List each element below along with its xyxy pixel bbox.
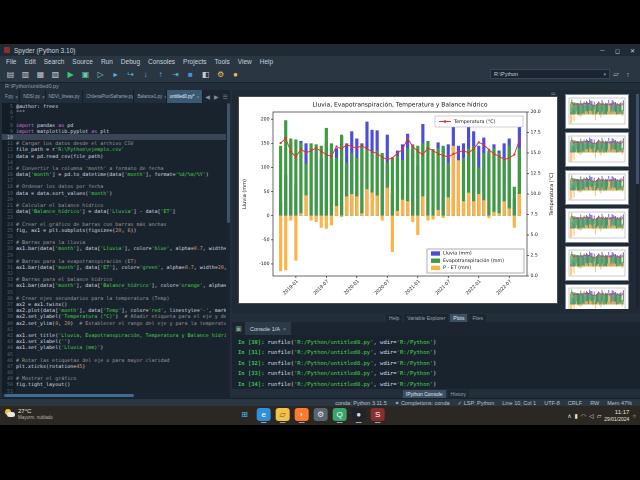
working-directory-combo[interactable]: R:\Python ▾ — [490, 69, 610, 79]
editor-tab-ndvilineaspy[interactable]: NDVI_lineas.py× — [46, 90, 84, 103]
taskbar-qgis-icon[interactable]: Q — [333, 408, 347, 421]
tray-volume-icon[interactable]: ◁ — [589, 412, 594, 419]
step-into-icon[interactable]: ↓ — [139, 68, 152, 81]
pane-tab-plots[interactable]: Plots — [450, 314, 467, 322]
thumbnails-scrollbar[interactable] — [636, 94, 639, 309]
new-file-icon[interactable]: ▤ — [4, 68, 17, 81]
editor-tab-ndsipy[interactable]: NDSI.py× — [20, 90, 45, 103]
console-prompt: In [31]: — [238, 349, 265, 355]
menu-search[interactable]: Search — [40, 58, 69, 65]
thumbnail-canvas — [566, 209, 628, 242]
tray-battery-icon[interactable]: ▮ — [575, 412, 578, 419]
console-pane: ▣ Console 1/A × In [30]:runfile('R:/Pyth… — [232, 322, 640, 398]
close-icon[interactable]: × — [42, 94, 45, 100]
console-env-icon[interactable]: ▣ — [232, 322, 245, 335]
minimize-button[interactable]: ─ — [595, 44, 610, 56]
maximize-button[interactable]: ◻ — [610, 44, 625, 56]
weather-widget[interactable]: 27°C Mayorm. nublado — [5, 408, 53, 420]
editor-tab-balance1py[interactable]: Balance1.py× — [134, 90, 166, 103]
step-out-icon[interactable]: ↑ — [154, 68, 167, 81]
tab-options-icon[interactable]: ☰ — [221, 93, 230, 100]
taskbar-edge-icon[interactable]: e — [257, 408, 271, 421]
tab-scroll-right-icon[interactable]: ▶ — [212, 93, 221, 100]
open-indicator — [261, 422, 267, 424]
pane-tab-variable-explorer[interactable]: Variable Explorer — [404, 314, 448, 322]
taskbar-start-icon[interactable]: ⊞ — [238, 408, 252, 421]
thumbnail-canvas — [566, 95, 628, 128]
console-line: In [32]:runfile('R:/Python/untitled0.py'… — [238, 358, 638, 368]
menu-file[interactable]: File — [2, 58, 20, 65]
menu-projects[interactable]: Projects — [179, 58, 210, 65]
menu-help[interactable]: Help — [256, 58, 277, 65]
plot-thumbnail[interactable] — [565, 208, 629, 243]
menu-tools[interactable]: Tools — [211, 58, 234, 65]
plot-thumbnail[interactable] — [565, 132, 629, 167]
close-icon[interactable]: × — [15, 94, 18, 100]
continue-execution-icon[interactable]: ⇥ — [169, 68, 182, 81]
console-bottom-tab-ipython-console[interactable]: IPython Console — [403, 390, 446, 398]
tray-wifi-icon[interactable]: ◠ — [581, 412, 586, 419]
open-file-icon[interactable]: ▥ — [19, 68, 32, 81]
cursor-position: Line 10, Col 1 — [502, 400, 536, 406]
menu-edit[interactable]: Edit — [20, 58, 39, 65]
memory-status: Mem 47% — [607, 400, 632, 406]
editor-tab-untitled0py[interactable]: untitled0.py*× — [167, 90, 204, 103]
plot-thumbnail[interactable] — [565, 246, 629, 281]
step-over-icon[interactable]: ↪ — [124, 68, 137, 81]
console-tab[interactable]: Console 1/A × — [245, 322, 291, 335]
save-all-icon[interactable]: ▧ — [49, 68, 62, 81]
taskbar-spyder-icon[interactable]: S — [371, 408, 385, 421]
save-file-icon[interactable]: ▦ — [34, 68, 47, 81]
menu-view[interactable]: View — [234, 58, 256, 65]
menu-run[interactable]: Run — [97, 58, 117, 65]
taskbar-obs-icon[interactable]: ● — [352, 408, 366, 421]
editor-vertical-scrollbar[interactable] — [226, 103, 230, 393]
menu-debug[interactable]: Debug — [117, 58, 144, 65]
console-bottom-tab-history[interactable]: History — [448, 390, 470, 398]
code-area[interactable]: 5@author: frees6"""78import pandas as pd… — [2, 103, 226, 393]
tab-label: Balance1.py — [137, 94, 162, 99]
editor-tab-fpy[interactable]: F.py× — [2, 90, 20, 103]
code-line: 16data['month'] = pd.to_datetime(data['m… — [2, 171, 226, 177]
taskbar-firefox-icon[interactable]: ◗ — [295, 408, 309, 421]
scrollbar-thumb[interactable] — [227, 103, 230, 223]
tab-scroll-left-icon[interactable]: ◀ — [203, 93, 212, 100]
scrollbar-thumb[interactable] — [636, 94, 639, 184]
debug-file-icon[interactable]: ▸ — [109, 68, 122, 81]
taskbar-file-explorer-icon[interactable]: ▱ — [276, 408, 290, 421]
close-button[interactable]: ✕ — [625, 44, 640, 56]
parent-directory-icon[interactable]: ↑ — [622, 68, 634, 80]
run-cell-icon[interactable]: ▣ — [79, 68, 92, 81]
run-file-icon[interactable]: ▶ — [64, 68, 77, 81]
console-text: runfile('R:/Python/untitled0.py', wdir='… — [268, 381, 437, 387]
taskbar-clock[interactable]: 11:17 29/01/2024 — [604, 409, 629, 422]
status-bar: conda: Python 3.11.5✦ Completions: conda… — [0, 398, 640, 406]
menu-consoles[interactable]: Consoles — [144, 58, 179, 65]
tray-chevron-up-icon[interactable]: ∧ — [567, 412, 571, 419]
tab-label: NDSI.py — [23, 94, 40, 99]
plot-thumbnail[interactable] — [565, 170, 629, 205]
plot-thumbnail[interactable] — [565, 94, 629, 129]
pane-tab-files[interactable]: Files — [469, 314, 486, 322]
python-env-icon[interactable]: ● — [229, 68, 242, 81]
run-cell-advance-icon[interactable]: ▷ — [94, 68, 107, 81]
close-icon[interactable]: × — [196, 94, 199, 100]
preferences-icon[interactable]: ⚙ — [214, 68, 227, 81]
maximize-pane-icon[interactable]: ◧ — [199, 68, 212, 81]
console-output[interactable]: In [30]:runfile('R:/Python/untitled0.py'… — [238, 337, 638, 389]
plot-thumbnail[interactable] — [565, 284, 629, 309]
scrollbar-thumb[interactable] — [4, 394, 134, 397]
editor-tab-chilenaplurisafrantepy[interactable]: ChilenaPluriSafrante.py× — [83, 90, 134, 103]
tray-folder-icon[interactable]: ▱ — [597, 412, 602, 419]
weather-condition: Mayorm. nublado — [18, 415, 53, 420]
plot-thumbnail-list — [562, 94, 632, 309]
close-icon[interactable]: × — [283, 326, 286, 332]
taskbar-settings-icon[interactable]: ⚙ — [314, 408, 328, 421]
pane-tab-help[interactable]: Help — [386, 314, 402, 322]
stop-execution-icon[interactable]: ■ — [184, 68, 197, 81]
code-line: 31ax1.bar(data['month'], data['ET'], col… — [2, 264, 226, 270]
notifications-icon[interactable]: ○ — [632, 413, 636, 419]
browse-directory-icon[interactable]: ▱ — [610, 68, 622, 80]
code-text: data['Balance_hídrico'] = data['Lluvia']… — [16, 208, 176, 214]
menu-source[interactable]: Source — [68, 58, 97, 65]
